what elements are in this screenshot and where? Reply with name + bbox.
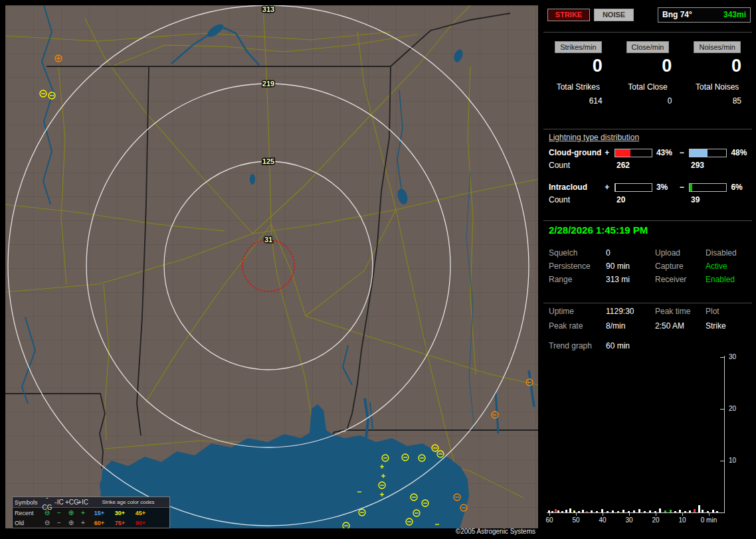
rate-column-strikes: Strikes/min 0 Total Strikes 614 xyxy=(543,41,613,106)
receiver-status: Enabled xyxy=(706,275,752,288)
legend-col-pos-ic: +IC xyxy=(77,497,89,507)
capture-label: Capture xyxy=(655,262,706,275)
neg-ic-icon: − xyxy=(53,508,65,518)
capture-status: Active xyxy=(706,262,752,275)
plus-sign: + xyxy=(603,148,612,157)
legend-age-header: Strike age color codes xyxy=(89,499,167,505)
settings-row: Squelch 0 Upload Disabled xyxy=(543,248,752,262)
stats-row: Peak rate 8/min 2:50 AM Strike xyxy=(543,321,752,336)
neg-ic-icon: − xyxy=(53,518,65,528)
rates-section: Strikes/min 0 Total Strikes 614 Close/mi… xyxy=(543,41,752,106)
y-tick-20: 20 xyxy=(729,405,736,412)
intracloud-count-row: Count 20 39 xyxy=(543,195,752,208)
minus-sign: − xyxy=(677,148,686,157)
uptime-value: 1129:30 xyxy=(606,307,655,321)
cg-negative-fill xyxy=(690,149,708,157)
legend-col-neg-ic: -IC xyxy=(53,497,65,507)
total-strikes-label: Total Strikes xyxy=(543,82,613,92)
peak-time-value: 2:50 AM xyxy=(655,321,706,336)
ic-negative-bar xyxy=(689,183,727,192)
x-tick-0min: 0 min xyxy=(694,516,723,524)
intracloud-label: Intracloud xyxy=(549,183,603,192)
plot-label: Plot xyxy=(706,307,752,321)
noises-per-min-value: 0 xyxy=(682,56,752,76)
ic-negative-pct: 6% xyxy=(729,183,752,192)
settings-section: Squelch 0 Upload Disabled Persistence 90… xyxy=(543,248,752,288)
cg-positive-bar xyxy=(614,149,652,157)
peak-time-label: Peak time xyxy=(655,307,706,321)
cloud-ground-label: Cloud-ground xyxy=(549,148,603,157)
neg-cg-icon: ⊖ xyxy=(41,508,53,518)
trend-bar xyxy=(698,505,700,512)
range-label: Range xyxy=(549,275,606,288)
peak-rate-value: 8/min xyxy=(606,321,655,336)
current-datetime: 2/28/2026 1:45:19 PM xyxy=(549,224,648,236)
legend-row-recent: Recent ⊖ − ⊕ + 15+ 30+ 45+ xyxy=(13,508,169,518)
ring-label-31: 31 xyxy=(264,236,272,244)
x-tick-50: 50 xyxy=(568,516,584,524)
trend-x-axis xyxy=(547,512,725,513)
age-code: 45+ xyxy=(130,510,151,516)
x-tick-40: 40 xyxy=(595,516,611,524)
y-tick-30: 30 xyxy=(729,353,736,360)
x-tick-30: 30 xyxy=(621,516,637,524)
age-code: 60+ xyxy=(89,520,110,526)
age-code: 15+ xyxy=(89,510,110,516)
bearing-value: Bng 74° xyxy=(662,10,692,19)
strikes-per-min-label: Strikes/min xyxy=(555,41,601,53)
pos-cg-icon: ⊕ xyxy=(65,508,77,518)
x-tick-60: 60 xyxy=(541,516,557,524)
total-close-value: 0 xyxy=(613,96,683,106)
settings-row: Range 313 mi Receiver Enabled xyxy=(543,275,752,288)
x-tick-20: 20 xyxy=(648,516,664,524)
cloud-ground-count-row: Count 262 293 xyxy=(543,161,752,174)
legend-header: Symbols -CG -IC +CG +IC Strike age color… xyxy=(13,497,169,508)
ring-label-125: 125 xyxy=(262,157,274,165)
map-legend: Symbols -CG -IC +CG +IC Strike age color… xyxy=(12,497,170,528)
cloud-ground-row: Cloud-ground + 43% − 48% xyxy=(543,145,752,161)
lightning-map[interactable]: 313 219 125 31 Symbols -CG -IC +CG +IC S… xyxy=(5,5,538,528)
rate-column-noises: Noises/min 0 Total Noises 85 xyxy=(682,41,752,106)
total-noises-value: 85 xyxy=(682,96,752,106)
bearing-distance-box: Bng 74° 343mi xyxy=(658,7,751,23)
ic-positive-bar xyxy=(614,183,652,192)
count-label: Count xyxy=(549,161,603,174)
pos-cg-icon: ⊕ xyxy=(65,518,77,528)
total-strikes-value: 614 xyxy=(543,96,613,106)
age-code: 30+ xyxy=(110,510,130,516)
legend-col-pos-cg: +CG xyxy=(65,497,77,507)
ic-positive-fill xyxy=(615,184,616,191)
distribution-title: Lightning type distribution xyxy=(543,130,752,145)
upload-label: Upload xyxy=(655,248,706,262)
stats-section: Uptime 1129:30 Peak time Plot Peak rate … xyxy=(543,307,752,356)
legend-row-old: Old ⊖ − ⊕ + 60+ 75+ 90+ xyxy=(13,518,169,528)
noise-indicator-lamp[interactable]: NOISE xyxy=(594,9,634,21)
ic-positive-count: 20 xyxy=(616,195,691,208)
cg-positive-fill xyxy=(615,149,631,157)
copyright-text: ©2005 Astrogenic Systems xyxy=(5,528,538,538)
rate-column-close: Close/min 0 Total Close 0 xyxy=(613,41,683,106)
strike-indicator-lamp[interactable]: STRIKE xyxy=(547,9,590,21)
cg-negative-pct: 48% xyxy=(729,148,752,157)
distance-value: 343mi xyxy=(723,10,746,19)
peak-rate-label: Peak rate xyxy=(549,321,606,336)
pos-ic-icon: + xyxy=(77,518,89,528)
trend-graph-value: 60 min xyxy=(606,341,655,356)
ring-label-219: 219 xyxy=(262,80,274,88)
uptime-label: Uptime xyxy=(549,307,606,321)
trend-y-axis xyxy=(724,356,725,513)
ic-negative-count: 39 xyxy=(691,195,700,208)
total-noises-label: Total Noises xyxy=(682,82,752,92)
cg-negative-bar xyxy=(689,149,727,157)
age-code: 75+ xyxy=(110,520,130,526)
lightning-distribution-section: Lightning type distribution Cloud-ground… xyxy=(543,130,752,208)
settings-row: Persistence 90 min Capture Active xyxy=(543,262,752,275)
age-code: 90+ xyxy=(130,520,151,526)
cg-positive-count: 262 xyxy=(616,161,691,174)
plot-value: Strike xyxy=(706,321,752,336)
minus-sign: − xyxy=(677,183,686,192)
cg-negative-count: 293 xyxy=(691,161,704,174)
squelch-label: Squelch xyxy=(549,248,606,262)
ring-label-313: 313 xyxy=(262,5,274,13)
ic-negative-fill xyxy=(690,184,692,191)
